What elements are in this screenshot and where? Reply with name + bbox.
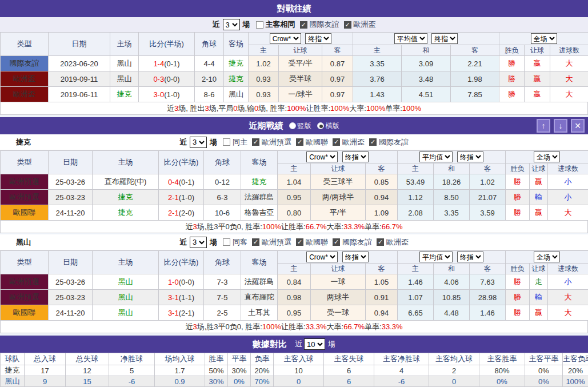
friendly-checkbox[interactable]: [333, 238, 340, 246]
stat-value: 0%: [525, 365, 563, 376]
match-date: 24-11-20: [49, 205, 93, 221]
result-handicap: 走: [530, 274, 548, 290]
result-winloss: 勝: [506, 174, 530, 190]
stat-value: 30%: [228, 365, 251, 376]
eurocup-checkbox[interactable]: [344, 21, 351, 29]
team-name: 捷克: [1, 365, 25, 376]
h2h-section-header: 對戰往績: [0, 0, 588, 17]
stat-value: 5: [109, 365, 155, 376]
odds-handicap: 一/球半: [279, 87, 322, 102]
stat-value: 0%: [525, 376, 563, 387]
move-down-button[interactable]: ↓: [554, 119, 567, 133]
avg-stage-select[interactable]: 终指: [431, 33, 458, 44]
horizontal-layout-radio[interactable]: [317, 122, 324, 129]
stat-value: 20%: [563, 365, 588, 376]
col-avg-home: 主: [398, 264, 434, 274]
odds-handicap: 两球半: [311, 290, 366, 305]
same-home-checkbox[interactable]: [223, 138, 230, 146]
col-avg-draw: 和: [434, 163, 470, 174]
avg-home: 6.65: [398, 305, 434, 321]
odds-home: 1.04: [278, 174, 311, 190]
montenegro-near-select[interactable]: 3: [190, 237, 207, 248]
fulltime-select[interactable]: 全场: [534, 151, 560, 162]
avg-stage-select[interactable]: 终指: [457, 151, 483, 162]
same-away-checkbox[interactable]: [223, 238, 230, 246]
odds-company-select[interactable]: Crow*: [306, 151, 338, 162]
col-handicap-result: 让球: [525, 45, 550, 56]
col-date: 日期: [49, 33, 110, 56]
montenegro-summary: 近3场,胜3平0负0, 胜率:100% 让胜率:33.3% 大率:66.7% 单…: [0, 321, 588, 333]
avg-draw: 4.06: [434, 274, 470, 290]
close-button[interactable]: ✕: [571, 119, 585, 133]
odds-stage-select[interactable]: 终指: [342, 151, 369, 162]
score: 1-0(0-0): [159, 274, 204, 290]
corner-score: 6-3: [204, 190, 241, 205]
nations-league-checkbox[interactable]: [296, 238, 303, 246]
friendly-checkbox[interactable]: [300, 21, 307, 29]
h2h-near-select[interactable]: 3: [223, 19, 240, 30]
score: 1-4(0-1): [139, 56, 195, 71]
euro-qualifier-label: 歐洲預選: [262, 137, 291, 147]
stat-value: 0%: [228, 376, 251, 387]
result-handicap: 贏: [525, 71, 550, 87]
same-home-away-checkbox[interactable]: [256, 21, 263, 29]
col-away: 客场: [241, 151, 278, 174]
cmp-col-goals-against: 总失球: [66, 353, 109, 365]
cmp-col-loss-rate: 负率: [251, 353, 274, 365]
col-score: 比分(半场): [139, 33, 195, 56]
home-team: 黑山: [93, 305, 159, 321]
col-type: 类型: [1, 33, 49, 56]
move-up-button[interactable]: ↑: [537, 119, 550, 133]
home-team: 捷克: [93, 205, 159, 221]
cmp-col-draw-rate: 平率: [228, 353, 251, 365]
cmp-col-win-rate: 胜率: [205, 353, 228, 365]
czech-near-select[interactable]: 3: [190, 137, 207, 148]
odds-stage-select[interactable]: 终指: [342, 252, 369, 262]
odds-stage-select[interactable]: 终指: [305, 33, 331, 44]
col-goals-result: 进球数: [548, 264, 588, 274]
cmp-col-goals-for: 总入球: [25, 353, 66, 365]
eurocup-checkbox[interactable]: [333, 138, 340, 146]
odds-company-select[interactable]: Crow*: [270, 33, 301, 44]
montenegro-table: 类型 日期 主场 比分(半场) 角球 客场 Crow* 终指 平均值 终指 全场…: [0, 250, 588, 321]
corner-score: 2-10: [195, 71, 224, 87]
avg-away: 7.63: [470, 274, 506, 290]
friendly-label: 國際友誼: [379, 137, 409, 147]
table-row: 歐洲預選 25-03-23 黑山 3-1(1-1) 7-5 直布羅陀 0.98 …: [1, 290, 588, 305]
friendly-checkbox[interactable]: [369, 138, 377, 146]
odds-handicap: 受半球: [279, 71, 322, 87]
odds-away: 0.97: [322, 87, 353, 102]
nations-league-checkbox[interactable]: [296, 138, 303, 146]
games-label: 場: [210, 137, 217, 147]
close-icon: ✕: [574, 121, 581, 130]
corner-score: 2-5: [204, 305, 241, 321]
odds-home: 0.95: [278, 305, 311, 321]
same-home-away-label: 主客相同: [266, 19, 295, 30]
stat-value: 0%: [479, 376, 525, 387]
avg-draw: 3.09: [402, 56, 451, 71]
stat-value: 0.9: [155, 376, 205, 387]
stat-value: -6: [374, 376, 429, 387]
cmp-col-avg-goals: 场均入球: [155, 353, 205, 365]
result-handicap: 輸: [530, 290, 548, 305]
avg-company-select[interactable]: 平均值: [394, 33, 427, 44]
euro-qualifier-checkbox[interactable]: [252, 138, 259, 146]
avg-stage-select[interactable]: 终指: [457, 252, 483, 262]
eurocup-checkbox[interactable]: [377, 238, 384, 246]
odds-group-header: Crow* 终指: [278, 151, 398, 163]
match-date: 25-03-23: [49, 290, 93, 305]
avg-draw: 3.35: [434, 205, 470, 221]
cmp-col-ha-goal-diff: 主客净胜球: [374, 353, 429, 365]
avg-company-select[interactable]: 平均值: [419, 151, 453, 162]
result-handicap: 贏: [525, 87, 550, 102]
vertical-layout-radio[interactable]: [289, 122, 296, 129]
euro-qualifier-checkbox[interactable]: [252, 238, 259, 246]
fulltime-select[interactable]: 全场: [531, 33, 557, 44]
avg-company-select[interactable]: 平均值: [419, 252, 453, 262]
games-label: 場: [210, 237, 217, 248]
odds-company-select[interactable]: Crow*: [306, 252, 338, 262]
avg-away: 1.98: [451, 71, 499, 87]
fulltime-select[interactable]: 全场: [534, 252, 560, 262]
result-goals: 小: [548, 174, 588, 190]
compare-near-select[interactable]: 10: [304, 338, 325, 350]
